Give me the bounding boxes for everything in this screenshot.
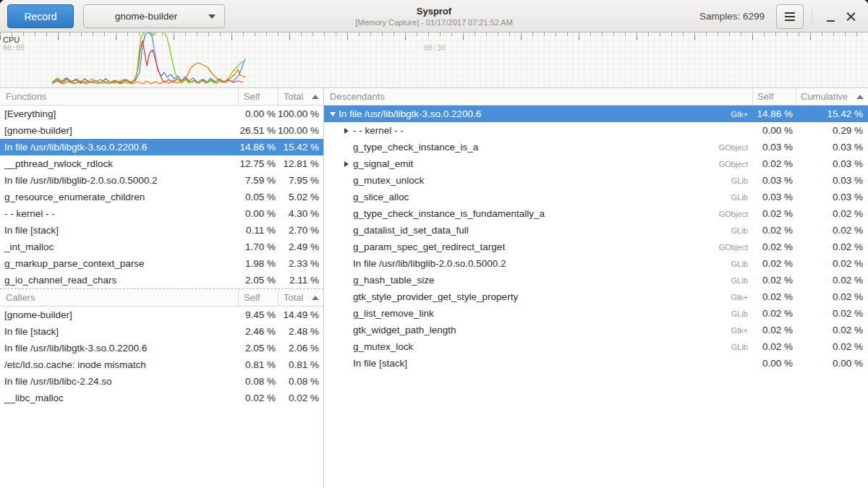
table-row[interactable]: __libc_malloc0.02 %0.02 %: [0, 390, 323, 406]
main-panes: Functions Self Total [Everything]0.00 %1…: [0, 88, 868, 488]
sort-ascending-icon: [856, 95, 864, 99]
function-name-cell: - - kernel - -: [324, 125, 752, 136]
table-row[interactable]: In file /usr/lib/libglib-2.0.so.0.5000.2…: [0, 172, 323, 189]
tree-row[interactable]: g_datalist_id_set_data_fullGLib0.02 %0.0…: [324, 222, 868, 239]
library-tag: GLib: [731, 309, 752, 318]
table-row[interactable]: _int_malloc1.70 %2.49 %: [0, 239, 323, 255]
expander-icon[interactable]: [344, 128, 353, 134]
function-name: In file /usr/lib/libgtk-3.so.0.2200.6: [0, 142, 238, 153]
function-name-cell: In file [stack]: [324, 358, 752, 369]
function-name: g_param_spec_get_redirect_target: [353, 241, 505, 252]
table-row[interactable]: In file [stack]2.46 %2.48 %: [0, 323, 323, 340]
self-percent: 0.08 %: [238, 376, 278, 387]
tree-row[interactable]: In file [stack]0.00 %0.00 %: [324, 355, 868, 372]
functions-table-body: [Everything]0.00 %100.00 %[gnome-builder…: [0, 106, 323, 288]
column-header-callers[interactable]: Callers: [0, 289, 238, 306]
column-header-total[interactable]: Total: [278, 289, 323, 306]
library-tag: GLib: [731, 276, 752, 285]
table-row[interactable]: In file /usr/lib/libgtk-3.so.0.2200.62.0…: [0, 340, 323, 356]
tree-row[interactable]: In file /usr/lib/libgtk-3.so.0.2200.6Gtk…: [324, 106, 868, 122]
function-name-cell: gtk_widget_path_lengthGtk+: [324, 325, 752, 335]
tree-row[interactable]: gtk_widget_path_lengthGtk+0.02 %0.02 %: [324, 322, 868, 338]
record-button[interactable]: Record: [7, 4, 74, 28]
table-row[interactable]: In file [stack]0.11 %2.70 %: [0, 222, 323, 239]
column-header-self[interactable]: Self: [238, 88, 278, 105]
cpu-usage-lines: [0, 33, 868, 88]
expander-icon[interactable]: [344, 161, 353, 167]
table-row[interactable]: g_resource_enumerate_children0.05 %5.02 …: [0, 189, 323, 205]
self-percent: 0.02 %: [752, 341, 796, 352]
self-percent: 2.46 %: [238, 326, 278, 337]
library-tag: GObject: [719, 160, 752, 168]
function-name: g_signal_emit: [353, 158, 413, 169]
process-selector-dropdown[interactable]: gnome-builder: [83, 4, 225, 28]
tree-row[interactable]: gtk_style_provider_get_style_propertyGtk…: [324, 288, 868, 305]
tree-row[interactable]: g_param_spec_get_redirect_targetGObject0…: [324, 239, 868, 255]
self-percent: 12.75 %: [238, 158, 278, 169]
window-subtitle: [Memory Capture] - 01/17/2017 07:21:52 A…: [355, 18, 513, 27]
function-name: In file [stack]: [353, 358, 407, 369]
tree-row[interactable]: g_type_check_instance_is_aGObject0.03 %0…: [324, 139, 868, 155]
cumulative-percent: 0.29 %: [796, 125, 868, 136]
self-percent: 0.02 %: [752, 291, 796, 302]
cumulative-percent: 0.02 %: [796, 341, 868, 352]
total-percent: 12.81 %: [278, 158, 323, 169]
table-row[interactable]: g_io_channel_read_chars2.05 %2.11 %: [0, 272, 323, 288]
tree-row[interactable]: g_mutex_unlockGLib0.03 %0.03 %: [324, 172, 868, 189]
timeline-label-start: 00:00: [3, 44, 25, 52]
cumulative-percent: 0.02 %: [796, 225, 868, 236]
table-row[interactable]: /etc/ld.so.cache: inode mismatch0.81 %0.…: [0, 356, 323, 373]
tree-row[interactable]: g_slice_allocGLib0.03 %0.03 %: [324, 189, 868, 205]
window-title: Sysprof: [417, 6, 451, 17]
library-tag: GLib: [731, 176, 752, 185]
column-header-functions[interactable]: Functions: [0, 88, 238, 105]
table-row[interactable]: g_markup_parse_context_parse1.98 %2.33 %: [0, 255, 323, 272]
tree-row[interactable]: - - kernel - -0.00 %0.29 %: [324, 122, 868, 139]
tree-row[interactable]: g_mutex_lockGLib0.02 %0.02 %: [324, 338, 868, 355]
function-name: g_list_remove_link: [353, 308, 434, 319]
total-percent: 14.49 %: [278, 309, 323, 320]
function-name: /etc/ld.so.cache: inode mismatch: [0, 359, 238, 370]
expander-icon[interactable]: [330, 112, 339, 116]
self-percent: 14.86 %: [752, 108, 796, 119]
close-button[interactable]: [841, 4, 861, 29]
column-header-cumulative[interactable]: Cumulative: [796, 88, 868, 105]
tree-row[interactable]: g_type_check_instance_is_fundamentally_a…: [324, 205, 868, 222]
function-name: g_datalist_id_set_data_full: [353, 225, 469, 236]
total-percent: 0.81 %: [278, 359, 323, 370]
table-row[interactable]: In file /usr/lib/libc-2.24.so0.08 %0.08 …: [0, 373, 323, 390]
sysprof-window: Record gnome-builder Sysprof [Memory Cap…: [0, 0, 868, 488]
minimize-button[interactable]: [820, 4, 841, 29]
cpu-graph[interactable]: CPU 00:00 00:30: [0, 33, 868, 88]
column-header-self[interactable]: Self: [752, 88, 796, 105]
self-percent: 2.05 %: [238, 343, 278, 354]
total-percent: 0.02 %: [278, 393, 323, 403]
table-row[interactable]: In file /usr/lib/libgtk-3.so.0.2200.614.…: [0, 139, 323, 155]
function-name: __pthread_rwlock_rdlock: [0, 158, 238, 169]
function-name: In file /usr/lib/libglib-2.0.so.0.5000.2: [353, 258, 506, 269]
column-header-self[interactable]: Self: [238, 289, 278, 306]
tree-row[interactable]: g_list_remove_linkGLib0.02 %0.02 %: [324, 305, 868, 322]
self-percent: 0.00 %: [752, 358, 796, 369]
process-selector-value: gnome-builder: [84, 11, 208, 22]
function-name: [gnome-builder]: [0, 125, 238, 136]
column-header-total[interactable]: Total: [278, 88, 323, 105]
library-tag: Gtk+: [731, 293, 752, 301]
sort-ascending-icon: [312, 95, 319, 99]
function-name: _int_malloc: [0, 241, 238, 252]
self-percent: 0.81 %: [238, 359, 278, 370]
table-row[interactable]: __pthread_rwlock_rdlock12.75 %12.81 %: [0, 155, 323, 172]
tree-row[interactable]: g_signal_emitGObject0.02 %0.03 %: [324, 155, 868, 172]
table-row[interactable]: - - kernel - -0.00 %4.30 %: [0, 205, 323, 222]
column-header-descendants[interactable]: Descendants: [324, 88, 752, 105]
cumulative-percent: 0.00 %: [796, 358, 868, 369]
table-row[interactable]: [Everything]0.00 %100.00 %: [0, 106, 323, 122]
tree-row[interactable]: In file /usr/lib/libglib-2.0.so.0.5000.2…: [324, 255, 868, 272]
tree-row[interactable]: g_hash_table_sizeGLib0.02 %0.02 %: [324, 272, 868, 288]
table-row[interactable]: [gnome-builder]9.45 %14.49 %: [0, 307, 323, 323]
menu-button[interactable]: [776, 4, 804, 29]
function-name: g_slice_alloc: [353, 192, 409, 202]
cumulative-percent: 0.02 %: [796, 208, 868, 219]
library-tag: GLib: [731, 343, 752, 351]
table-row[interactable]: [gnome-builder]26.51 %100.00 %: [0, 122, 323, 139]
